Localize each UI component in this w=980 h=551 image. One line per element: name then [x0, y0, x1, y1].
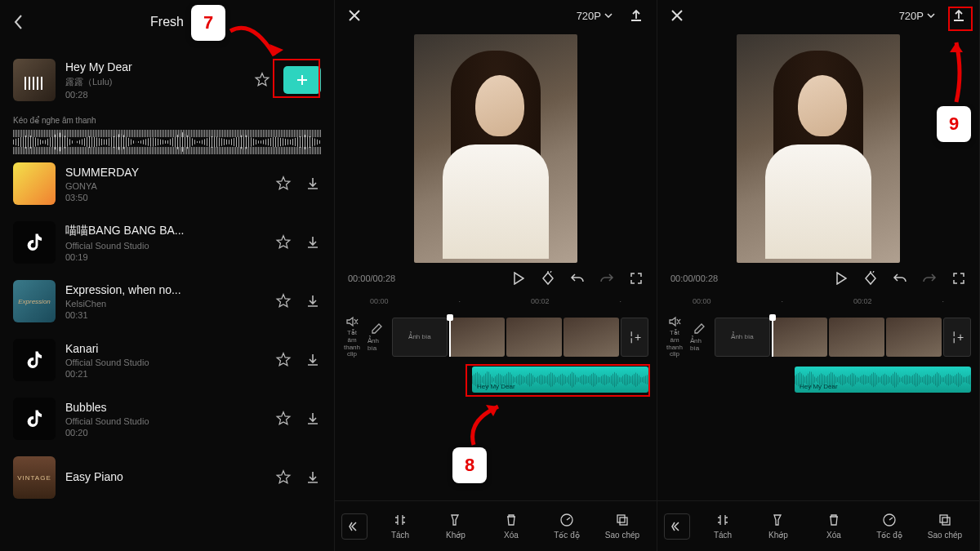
timeline[interactable]: Tắt âm thanh clip Ảnh bìa Ảnh bìa ╎+ Hey…: [657, 309, 979, 398]
favorite-icon[interactable]: [275, 234, 292, 251]
video-clip[interactable]: [449, 318, 505, 357]
redo-button[interactable]: [599, 271, 614, 286]
toolbar-back-button[interactable]: [341, 513, 368, 540]
time-display: 00:00/00:28: [348, 273, 395, 283]
keyframe-button[interactable]: [863, 271, 878, 286]
track-row[interactable]: Kanari Official Sound Studio 00:21: [13, 331, 321, 389]
copy-button[interactable]: Sao chép: [595, 513, 650, 540]
speed-button[interactable]: Tốc độ: [862, 513, 917, 540]
play-button[interactable]: [834, 271, 849, 286]
split-button[interactable]: Tách: [695, 513, 751, 540]
track-title: Kanari: [65, 342, 265, 355]
time-display: 00:00/00:28: [670, 273, 718, 283]
favorite-icon[interactable]: [275, 411, 292, 427]
track-thumb: [13, 221, 56, 264]
download-icon[interactable]: [305, 352, 321, 368]
download-icon[interactable]: [305, 469, 321, 486]
track-title: Expression, when no...: [65, 283, 265, 296]
favorite-icon[interactable]: [275, 176, 292, 192]
chevron-down-icon: [927, 13, 935, 18]
add-track-button[interactable]: [283, 66, 321, 94]
track-duration: 00:28: [65, 90, 244, 100]
toolbar-back-button[interactable]: [664, 513, 690, 540]
speed-button[interactable]: Tốc độ: [539, 513, 595, 540]
favorite-icon[interactable]: [254, 72, 270, 88]
fullscreen-button[interactable]: [951, 271, 966, 286]
track-artist: Official Sound Studio: [65, 241, 265, 251]
video-clip[interactable]: [772, 318, 827, 357]
playhead[interactable]: [449, 318, 451, 357]
close-button[interactable]: [348, 9, 361, 22]
track-row[interactable]: 喵喵BANG BANG BA... Official Sound Studio …: [13, 213, 321, 272]
callout-8: 8: [452, 447, 487, 483]
play-button[interactable]: [511, 271, 526, 286]
resolution-dropdown[interactable]: 720P: [577, 10, 612, 22]
favorite-icon[interactable]: [275, 352, 292, 368]
mute-clip-button[interactable]: Tắt âm thanh clip: [343, 315, 361, 358]
bottom-toolbar: Tách Khớp Xóa Tốc độ Sao chép: [335, 500, 657, 551]
track-title: Easy Piano: [65, 470, 265, 483]
timeline[interactable]: Tắt âm thanh clip Ảnh bìa Ảnh bìa ╎+ Hey…: [335, 309, 657, 398]
download-icon[interactable]: [305, 234, 321, 251]
track-row[interactable]: Easy Piano: [13, 448, 321, 507]
track-duration: 03:50: [65, 193, 265, 202]
audio-clip[interactable]: Hey My Dear: [472, 367, 648, 393]
delete-button[interactable]: Xóa: [806, 513, 862, 540]
cover-button[interactable]: Ảnh bìa: [368, 322, 385, 352]
arrow-8: [459, 400, 516, 449]
music-library-panel: Fresh Hey My Dear 露露（Lulu) 00:28 Kéo để …: [0, 0, 335, 551]
bottom-toolbar: Tách Khớp Xóa Tốc độ Sao chép: [657, 500, 979, 551]
add-clip-button[interactable]: ╎+: [621, 318, 648, 357]
track-duration: 00:21: [65, 369, 265, 379]
cover-clip[interactable]: Ảnh bìa: [715, 318, 770, 357]
keyframe-button[interactable]: [541, 271, 555, 286]
beat-button[interactable]: Khớp: [428, 513, 483, 540]
track-artist: Official Sound Studio: [65, 416, 265, 426]
fullscreen-button[interactable]: [629, 271, 644, 286]
cover-button[interactable]: Ảnh bìa: [690, 322, 708, 352]
mute-clip-button[interactable]: Tắt âm thanh clip: [666, 315, 684, 358]
download-icon[interactable]: [305, 293, 321, 309]
download-icon[interactable]: [305, 176, 321, 192]
audio-clip[interactable]: Hey My Dear: [795, 367, 971, 393]
close-button[interactable]: [670, 9, 684, 22]
track-row[interactable]: Expression, when no... KelsiChen 00:31: [13, 272, 321, 331]
undo-button[interactable]: [570, 271, 585, 286]
cover-clip[interactable]: Ảnh bìa: [392, 318, 448, 357]
editor-panel-2: 720P 00:00/00:28 00:00·00:02· Tắt âm tha…: [657, 0, 980, 551]
track-duration: 00:20: [65, 428, 265, 438]
favorite-icon[interactable]: [275, 469, 292, 486]
video-clip[interactable]: [829, 318, 884, 357]
track-artist: KelsiChen: [65, 299, 265, 309]
resolution-dropdown[interactable]: 720P: [899, 10, 935, 22]
beat-button[interactable]: Khớp: [751, 513, 806, 540]
copy-button[interactable]: Sao chép: [917, 513, 973, 540]
track-row[interactable]: SUMMERDAY GONYA 03:50: [13, 154, 321, 213]
add-clip-button[interactable]: ╎+: [943, 318, 971, 357]
export-button[interactable]: [951, 8, 966, 23]
track-title: 喵喵BANG BANG BA...: [65, 224, 265, 238]
track-row[interactable]: Hey My Dear 露露（Lulu) 00:28: [13, 51, 321, 109]
favorite-icon[interactable]: [275, 293, 292, 309]
video-clip[interactable]: [564, 318, 619, 357]
delete-button[interactable]: Xóa: [483, 513, 539, 540]
video-clip[interactable]: [886, 318, 942, 357]
track-duration: 00:31: [65, 310, 265, 320]
svg-rect-1: [617, 515, 625, 522]
timeline-ruler: 00:00·00:02·: [657, 294, 979, 309]
track-row[interactable]: Bubbles Official Sound Studio 00:20: [13, 389, 321, 448]
svg-rect-2: [620, 518, 627, 525]
waveform-scrubber[interactable]: [13, 130, 321, 154]
video-preview[interactable]: [414, 34, 577, 263]
split-button[interactable]: Tách: [372, 513, 428, 540]
redo-button[interactable]: [922, 271, 937, 286]
playhead[interactable]: [772, 318, 773, 357]
video-preview[interactable]: [737, 34, 900, 263]
undo-button[interactable]: [893, 271, 907, 286]
callout-7: 7: [191, 5, 225, 41]
track-title: Bubbles: [65, 401, 265, 414]
download-icon[interactable]: [305, 411, 321, 427]
export-button[interactable]: [629, 8, 644, 23]
back-button[interactable]: [13, 14, 23, 30]
video-clip[interactable]: [506, 318, 562, 357]
